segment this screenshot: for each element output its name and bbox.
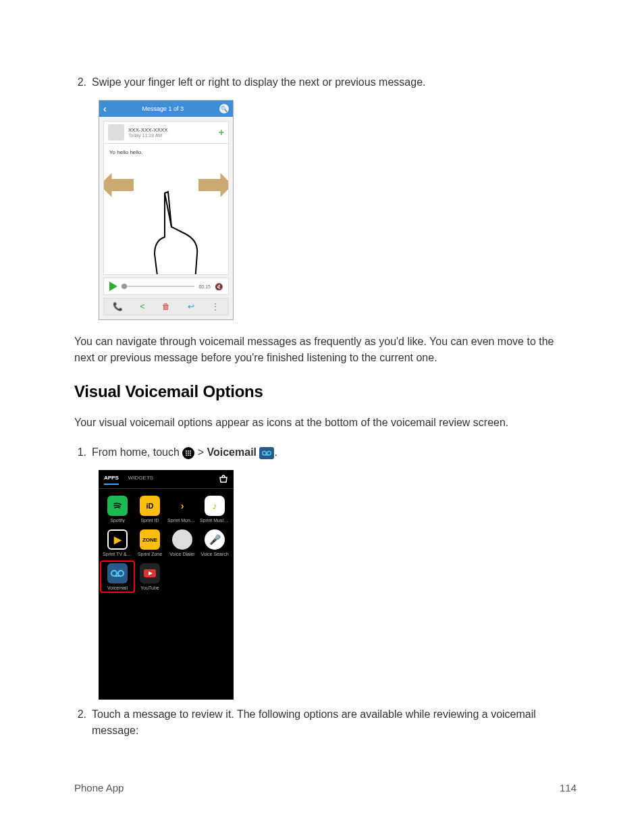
app-label: Sprint ID [140,518,159,523]
app-voice-search[interactable]: 🎤 Voice Search [200,529,230,556]
app-label: Sprint Zone [138,552,162,556]
app-youtube[interactable]: YouTube [135,563,165,590]
screenshot-app-drawer: APPS WIDGETS Spotify iD Sprint ID › Spri… [99,470,234,700]
voicemail-icon [259,447,274,459]
step-bold: Voicemail [207,446,257,458]
voice-search-icon: 🎤 [205,529,225,550]
vm-transcript: Yo hello hello. [103,144,229,161]
step-text: From home, touch > Voicemail . [92,444,576,461]
heading-visual-voicemail-options: Visual Voicemail Options [74,382,576,401]
svg-point-11 [267,451,271,455]
tab-widgets[interactable]: WIDGETS [128,475,153,485]
app-label: Sprint Money... [167,518,197,523]
app-voice-dialer[interactable]: Voice Dialer [167,529,197,556]
svg-point-4 [186,452,187,454]
voice-dialer-icon [172,529,192,550]
vm-message-card: XXX-XXX-XXXX Today 11:18 AM + [103,121,229,144]
drawer-tabs: APPS WIDGETS [99,474,234,489]
avatar-icon [108,124,124,140]
svg-point-10 [263,451,267,455]
vm-from: XXX-XXX-XXXX [128,127,215,133]
svg-point-1 [186,450,187,452]
back-icon[interactable]: ‹ [103,103,107,114]
paragraph-options-intro: Your visual voicemail options appear as … [74,415,576,431]
footer-page-number: 114 [560,782,576,793]
voicemail-app-icon [107,563,128,583]
duration-label: 00:15 [198,284,211,289]
step-2-touch-message: 2. Touch a message to review it. The fol… [74,706,576,739]
app-sprint-tv[interactable]: ▶ Sprint TV & M... [103,529,132,556]
spotify-icon [107,496,128,516]
search-icon[interactable]: 🔍 [219,104,229,113]
app-sprint-id[interactable]: iD Sprint ID [135,496,165,523]
svg-point-9 [190,454,191,456]
reply-icon[interactable]: ↩ [188,302,194,311]
scrubber[interactable] [122,286,194,287]
app-sprint-music[interactable]: ♪ Sprint Music... [200,496,230,523]
app-label: YouTube [140,585,159,590]
sprint-money-icon: › [172,496,192,516]
svg-point-5 [188,452,189,454]
sprint-tv-icon: ▶ [107,529,128,550]
play-icon[interactable] [109,282,117,291]
add-contact-icon[interactable]: + [219,127,224,138]
step-number: 2. [74,74,92,90]
screenshot-voicemail-message: ‹ Message 1 of 3 🔍 XXX-XXX-XXXX Today 11… [99,100,234,320]
svg-point-14 [111,571,117,576]
share-icon[interactable]: < [140,302,144,311]
app-label: Voicemail [107,585,128,590]
vm-bottombar: 📞 < 🗑 ↩ ⋮ [103,298,229,315]
vm-time: Today 11:18 AM [128,133,215,138]
step-number: 2. [74,706,92,739]
app-label: Voice Dialer [169,552,194,556]
step-suffix: . [274,446,277,458]
vm-header-title: Message 1 of 3 [142,105,184,112]
svg-point-3 [190,450,191,452]
sprint-id-icon: iD [140,496,160,516]
step-text: Swipe your finger left or right to displ… [92,74,576,90]
page-footer: Phone App 114 [74,782,576,793]
swipe-area[interactable] [103,161,229,275]
step-2-swipe: 2. Swipe your finger left or right to di… [74,74,576,90]
svg-point-2 [188,450,189,452]
app-grid: Spotify iD Sprint ID › Sprint Money... ♪… [99,489,234,597]
vm-playbar: 00:15 🔇 [103,278,229,295]
sprint-zone-icon: ZONE [140,529,160,550]
app-voicemail-highlighted[interactable]: Voicemail [100,561,135,593]
app-sprint-money[interactable]: › Sprint Money... [167,496,197,523]
footer-section: Phone App [74,782,124,793]
app-label: Sprint Music... [200,518,230,523]
delete-icon[interactable]: 🗑 [162,302,170,311]
hand-pointer-icon [138,186,205,275]
app-sprint-zone[interactable]: ZONE Sprint Zone [135,529,165,556]
step-number: 1. [74,444,92,461]
youtube-icon [140,563,160,583]
step-1-from-home: 1. From home, touch > Voicemail . [74,444,576,461]
app-spotify[interactable]: Spotify [103,496,132,523]
app-label: Voice Search [200,552,228,556]
more-icon[interactable]: ⋮ [211,302,219,311]
tab-apps[interactable]: APPS [104,475,119,485]
app-label: Spotify [110,518,124,523]
svg-point-15 [118,571,124,576]
app-label: Sprint TV & M... [103,552,132,556]
vm-header: ‹ Message 1 of 3 🔍 [99,101,233,117]
speaker-icon[interactable]: 🔇 [215,283,223,290]
sprint-music-icon: ♪ [205,496,225,516]
shop-icon[interactable] [219,474,228,486]
step-prefix: From home, touch [92,446,182,458]
paragraph-navigate: You can navigate through voicemail messa… [74,334,576,366]
step-sep: > [194,446,207,458]
step-text: Touch a message to review it. The follow… [92,706,576,739]
svg-point-6 [190,452,191,454]
svg-point-7 [186,454,187,456]
apps-grid-icon [182,447,194,459]
arrow-left-icon [103,173,134,197]
svg-point-8 [188,454,189,456]
call-icon[interactable]: 📞 [113,302,123,311]
